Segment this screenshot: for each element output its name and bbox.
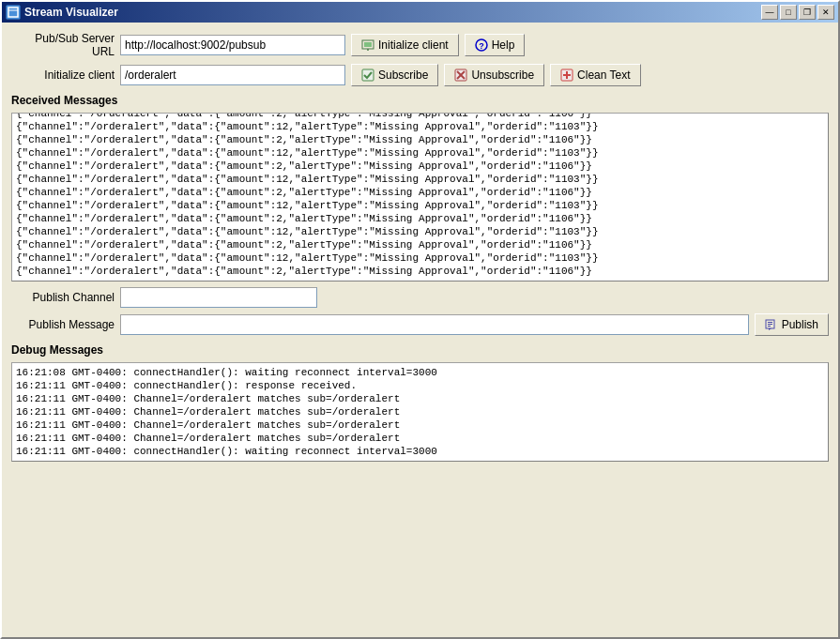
debug-line: 16:21:08 GMT-0400: connectHandler(): wai… xyxy=(16,366,824,379)
close-button[interactable]: ✕ xyxy=(817,5,834,20)
message-line: {"channel":"/orderalert","data":{"amount… xyxy=(16,265,824,278)
publish-button[interactable]: Publish xyxy=(755,313,829,336)
subscribe-button[interactable]: Subscribe xyxy=(351,64,438,86)
message-line: {"channel":"/orderalert","data":{"amount… xyxy=(16,146,824,160)
title-bar: Stream Visualizer — □ ❐ ✕ xyxy=(2,2,838,23)
clean-text-btn-label: Clean Text xyxy=(577,68,630,82)
received-messages-label: Received Messages xyxy=(11,94,829,107)
message-line: {"channel":"/orderalert","data":{"amount… xyxy=(16,160,824,173)
svg-rect-16 xyxy=(768,324,772,325)
publish-channel-label: Publish Channel xyxy=(11,291,115,304)
svg-rect-0 xyxy=(8,8,18,17)
publish-message-label: Publish Message xyxy=(11,318,115,331)
message-line: {"channel":"/orderalert","data":{"amount… xyxy=(16,120,824,133)
help-icon: ? xyxy=(475,38,488,52)
init-client-btn-label: Initialize client xyxy=(378,38,449,52)
message-line: {"channel":"/orderalert","data":{"amount… xyxy=(16,133,824,146)
message-line: {"channel":"/orderalert","data":{"amount… xyxy=(16,186,824,199)
svg-text:?: ? xyxy=(479,41,484,51)
restore-button[interactable]: ❐ xyxy=(799,5,816,20)
subscribe-btn-label: Subscribe xyxy=(378,68,428,82)
publish-channel-input[interactable] xyxy=(120,287,317,308)
pubsub-url-label: Pub/Sub Server URL xyxy=(11,32,115,58)
init-client-row: Initialize client Subscribe xyxy=(11,64,829,86)
content-area: Pub/Sub Server URL Initialize client ? xyxy=(2,23,838,637)
minimize-button[interactable]: — xyxy=(761,5,778,20)
publish-message-row: Publish Message Publish xyxy=(11,313,829,336)
debug-line: 16:21:11 GMT-0400: Channel=/orderalert m… xyxy=(16,418,824,432)
svg-rect-15 xyxy=(768,322,772,323)
svg-point-4 xyxy=(367,49,369,51)
unsubscribe-button[interactable]: Unsubscribe xyxy=(444,64,544,86)
maximize-button[interactable]: □ xyxy=(780,5,797,20)
help-btn-label: Help xyxy=(492,38,515,52)
debug-line: 16:21:11 GMT-0400: connectHandler(): wai… xyxy=(16,445,824,458)
subscribe-icon xyxy=(361,68,374,82)
publish-message-input[interactable] xyxy=(120,314,749,335)
window-icon xyxy=(6,5,21,20)
debug-line: 16:21:11 GMT-0400: Channel=/orderalert m… xyxy=(16,392,824,405)
svg-rect-7 xyxy=(362,69,374,81)
pubsub-url-input[interactable] xyxy=(120,35,345,55)
unsubscribe-btn-label: Unsubscribe xyxy=(471,68,534,82)
debug-messages-area[interactable]: 16:21:08 GMT-0400: connectHandler(): wai… xyxy=(11,362,829,462)
main-window: Stream Visualizer — □ ❐ ✕ Pub/Sub Server… xyxy=(0,0,840,639)
init-client-label: Initialize client xyxy=(11,68,115,82)
window-title: Stream Visualizer xyxy=(24,6,761,19)
debug-line: 16:21:11 GMT-0400: Channel=/orderalert m… xyxy=(16,432,824,445)
publish-btn-label: Publish xyxy=(782,318,818,331)
initialize-client-button[interactable]: Initialize client xyxy=(351,34,459,56)
channel-input[interactable] xyxy=(120,65,345,85)
message-line: {"channel":"/orderalert","data":{"amount… xyxy=(16,238,824,251)
svg-rect-3 xyxy=(364,42,372,47)
debug-line: 16:21:11 GMT-0400: connectHandler(): res… xyxy=(16,379,824,392)
publish-channel-row: Publish Channel xyxy=(11,287,829,308)
message-line: {"channel":"/orderalert","data":{"amount… xyxy=(16,251,824,265)
title-buttons: — □ ❐ ✕ xyxy=(761,5,834,20)
message-line: {"channel":"/orderalert","data":{"amount… xyxy=(16,113,824,120)
debug-messages-label: Debug Messages xyxy=(11,343,829,357)
init-client-icon xyxy=(361,38,374,52)
message-line: {"channel":"/orderalert","data":{"amount… xyxy=(16,225,824,238)
message-line: {"channel":"/orderalert","data":{"amount… xyxy=(16,199,824,212)
pubsub-url-row: Pub/Sub Server URL Initialize client ? xyxy=(11,32,829,58)
unsubscribe-icon xyxy=(454,68,467,82)
received-messages-area[interactable]: {"channel":"/orderalert","data":{"amount… xyxy=(11,113,829,281)
message-line: {"channel":"/orderalert","data":{"amount… xyxy=(16,173,824,186)
clean-text-icon xyxy=(560,68,573,82)
message-line: {"channel":"/orderalert","data":{"amount… xyxy=(16,212,824,225)
publish-icon xyxy=(765,318,778,331)
svg-rect-17 xyxy=(768,326,771,327)
clean-text-button[interactable]: Clean Text xyxy=(550,64,640,86)
help-button[interactable]: ? Help xyxy=(465,34,526,56)
debug-line: 16:21:11 GMT-0400: Channel=/orderalert m… xyxy=(16,405,824,418)
